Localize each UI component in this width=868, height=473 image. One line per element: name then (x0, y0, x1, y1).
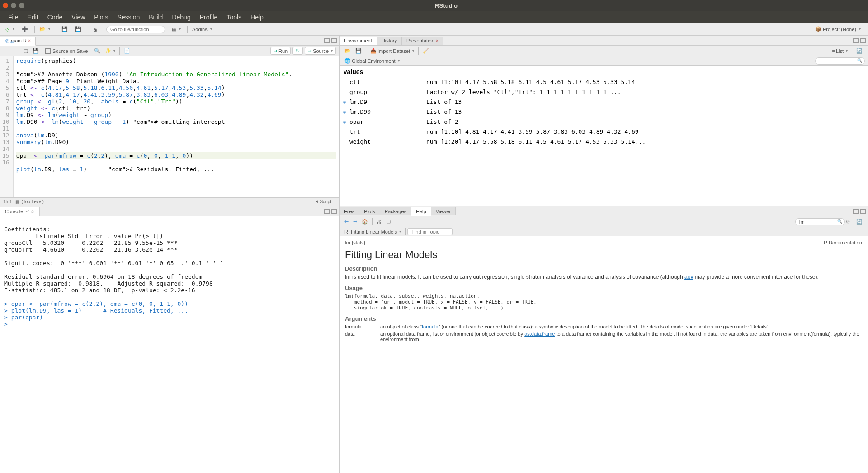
expand-icon[interactable]: ◉ (343, 97, 349, 107)
help-tab-plots[interactable]: Plots (359, 207, 380, 215)
arg-name: data (345, 331, 377, 342)
console-tab[interactable]: Console ~/ ☆ (0, 207, 40, 216)
menu-session[interactable]: Session (113, 12, 144, 23)
window-minimize-button[interactable] (11, 3, 16, 8)
env-tab-presentation[interactable]: Presentation× (402, 37, 443, 45)
maximize-pane-button[interactable] (860, 209, 866, 214)
maximize-pane-button[interactable] (331, 209, 337, 214)
env-var-value: Factor w/ 2 levels "Ctl","Trt": 1 1 1 1 … (426, 87, 864, 97)
save-source-button[interactable] (30, 47, 41, 55)
source-on-save-checkbox[interactable] (45, 48, 51, 54)
menu-help[interactable]: Help (246, 12, 268, 23)
minimize-pane-button[interactable] (853, 38, 859, 43)
formula-link[interactable]: formula (422, 324, 439, 329)
view-mode-button[interactable]: ≡ List (830, 47, 850, 55)
maximize-pane-button[interactable] (331, 38, 337, 43)
help-tab-packages[interactable]: Packages (380, 207, 411, 215)
menu-view[interactable]: View (67, 12, 90, 23)
env-row[interactable]: ◉lm.D9List of 13 (343, 97, 864, 107)
source-editor[interactable]: 12345678910111213141516 require(graphics… (0, 56, 339, 197)
environment-scope-button[interactable]: 🌐 Global Environment (342, 57, 402, 65)
env-tab-environment[interactable]: Environment (340, 37, 377, 45)
menu-file[interactable]: File (4, 12, 23, 23)
help-popout-button[interactable]: ▢ (384, 218, 393, 225)
help-tab-help[interactable]: Help (411, 207, 431, 216)
goto-file-input[interactable] (106, 26, 165, 33)
env-row[interactable]: trtnum [1:10] 4.81 4.17 4.41 3.59 5.87 3… (343, 127, 864, 137)
help-search-input[interactable] (795, 218, 845, 225)
addins-button[interactable]: Addins (189, 26, 215, 33)
env-row[interactable]: ctlnum [1:10] 4.17 5.58 5.18 6.11 4.5 4.… (343, 77, 864, 87)
help-content[interactable]: lm {stats}R Documentation Fitting Linear… (340, 236, 868, 473)
menu-build[interactable]: Build (144, 12, 167, 23)
project-menu[interactable]: 📦 Project: (None) (812, 25, 863, 33)
back-nav-icon[interactable]: ⬅ (10, 39, 14, 45)
refresh-help-button[interactable] (854, 218, 865, 225)
source-tab-main[interactable]: ◎ main.R× (0, 37, 36, 46)
help-topic-dropdown[interactable]: R: Fitting Linear Models (342, 228, 403, 235)
env-scope-label: Global Environment (352, 58, 396, 64)
menu-debug[interactable]: Debug (167, 12, 195, 23)
save-button[interactable] (59, 25, 71, 33)
help-tab-viewer[interactable]: Viewer (431, 207, 456, 215)
close-tab-icon[interactable]: × (28, 38, 31, 43)
minimize-pane-button[interactable] (324, 38, 330, 43)
env-row[interactable]: weightnum [1:20] 4.17 5.58 5.18 6.11 4.5… (343, 137, 864, 147)
console-output[interactable]: Coefficients: Estimate Std. Error t valu… (0, 216, 339, 473)
code-tools-button[interactable] (103, 47, 118, 55)
source-dropdown-button[interactable]: ➔ Source (305, 47, 336, 55)
menu-profile[interactable]: Profile (195, 12, 222, 23)
env-var-name: lm.D9 (349, 97, 426, 107)
minimize-pane-button[interactable] (853, 209, 859, 214)
env-var-name: lm.D90 (349, 107, 426, 117)
import-dataset-button[interactable]: 📥 Import Dataset (368, 47, 416, 55)
project-label: Project: (None) (823, 27, 856, 32)
as.data.frame-link[interactable]: as.data.frame (524, 331, 555, 337)
scope-label[interactable]: (Top Level) (21, 199, 43, 204)
run-button[interactable]: ➔ Run (270, 47, 291, 55)
arg-name: formula (345, 324, 377, 329)
popout-button[interactable]: ▢ (21, 47, 30, 55)
window-title-bar: RStudio (0, 0, 868, 11)
doc-icon (124, 48, 130, 54)
menu-plots[interactable]: Plots (90, 12, 113, 23)
clear-workspace-button[interactable] (420, 47, 431, 55)
help-back-button[interactable] (342, 218, 351, 225)
load-workspace-button[interactable] (342, 47, 353, 55)
find-in-topic-input[interactable] (407, 228, 453, 235)
maximize-pane-button[interactable] (860, 38, 866, 43)
window-close-button[interactable] (3, 3, 8, 8)
save-workspace-button[interactable] (353, 47, 364, 55)
env-row[interactable]: ◉oparList of 2 (343, 117, 864, 127)
help-tab-files[interactable]: Files (340, 207, 359, 215)
window-maximize-button[interactable] (19, 3, 24, 8)
help-print-button[interactable] (374, 218, 384, 225)
forward-icon (353, 219, 357, 225)
clear-search-icon[interactable]: ⊘ (846, 219, 850, 225)
minimize-pane-button[interactable] (324, 209, 330, 214)
grid-tools-button[interactable] (169, 25, 184, 33)
env-row[interactable]: groupFactor w/ 2 levels "Ctl","Trt": 1 1… (343, 87, 864, 97)
menu-edit[interactable]: Edit (23, 12, 43, 23)
menu-tools[interactable]: Tools (222, 12, 246, 23)
help-description: lm is used to fit linear models. It can … (345, 274, 862, 280)
find-button[interactable] (92, 47, 103, 55)
env-row[interactable]: ◉lm.D90List of 13 (343, 107, 864, 117)
open-file-button[interactable] (37, 25, 53, 33)
save-all-button[interactable] (72, 25, 84, 33)
menu-code[interactable]: Code (43, 12, 67, 23)
rerun-button[interactable]: ↻ (292, 47, 303, 55)
expand-icon[interactable]: ◉ (343, 107, 349, 117)
help-forward-button[interactable] (351, 218, 359, 225)
new-file-button[interactable]: ◎ (3, 25, 17, 33)
new-project-button[interactable]: ➕ (19, 25, 31, 33)
help-home-button[interactable] (359, 218, 370, 225)
close-tab-icon[interactable]: × (436, 38, 439, 43)
refresh-env-button[interactable] (854, 47, 865, 55)
print-button[interactable] (90, 26, 100, 33)
aov-link[interactable]: aov (684, 274, 693, 280)
env-tab-history[interactable]: History (377, 37, 402, 45)
env-search-input[interactable] (815, 57, 865, 65)
expand-icon[interactable]: ◉ (343, 117, 349, 127)
compile-report-button[interactable] (122, 47, 132, 55)
